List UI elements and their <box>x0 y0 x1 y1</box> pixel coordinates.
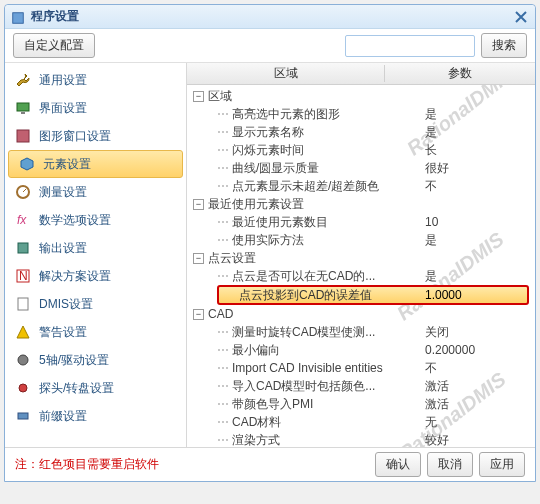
sidebar-item-warning[interactable]: 警告设置 <box>5 318 186 346</box>
sidebar-item-graphwin[interactable]: 图形窗口设置 <box>5 122 186 150</box>
close-icon[interactable] <box>513 9 529 25</box>
svg-point-11 <box>19 384 27 392</box>
collapse-icon[interactable]: − <box>193 199 204 210</box>
tree-header: 区域 参数 <box>187 63 535 85</box>
header-region: 区域 <box>187 65 385 82</box>
tree-row[interactable]: ⋯最小偏向0.200000 <box>187 341 535 359</box>
probe-icon <box>15 380 31 396</box>
svg-rect-6 <box>18 243 28 253</box>
tree-row[interactable]: ⋯最近使用元素数目10 <box>187 213 535 231</box>
tree-row[interactable]: ⋯带颜色导入PMI激活 <box>187 395 535 413</box>
collapse-icon[interactable]: − <box>193 253 204 264</box>
svg-rect-12 <box>18 413 28 419</box>
restart-note: 注：红色项目需要重启软件 <box>15 456 159 473</box>
tree-row[interactable]: ⋯CAD材料无 <box>187 413 535 431</box>
sidebar-item-label: 解决方案设置 <box>39 268 111 285</box>
titlebar: 程序设置 <box>5 5 535 29</box>
sidebar-item-label: 前缀设置 <box>39 408 87 425</box>
footer: 注：红色项目需要重启软件 确认 取消 应用 <box>5 447 535 481</box>
sidebar-item-dmis[interactable]: DMIS设置 <box>5 290 186 318</box>
svg-rect-2 <box>21 112 25 114</box>
warning-icon <box>15 324 31 340</box>
main-panel: 区域 参数 RationalDMIS RationalDMIS Rational… <box>187 63 535 447</box>
tree-row[interactable]: ⋯高亮选中元素的图形是 <box>187 105 535 123</box>
search-input[interactable] <box>345 35 475 57</box>
tree-row[interactable]: ⋯渲染方式较好 <box>187 431 535 447</box>
tree-row[interactable]: ⋯显示元素名称是 <box>187 123 535 141</box>
tree-group[interactable]: −CAD <box>187 305 535 323</box>
tree-row[interactable]: ⋯使用实际方法是 <box>187 231 535 249</box>
tree-group[interactable]: −区域 <box>187 87 535 105</box>
sidebar-item-math[interactable]: fx数学选项设置 <box>5 206 186 234</box>
sidebar-item-label: 图形窗口设置 <box>39 128 111 145</box>
svg-point-10 <box>18 355 28 365</box>
sidebar-item-label: 数学选项设置 <box>39 212 111 229</box>
tree-row[interactable]: ⋯Import CAD Invisible entities不 <box>187 359 535 377</box>
tag-icon <box>15 408 31 424</box>
sidebar-item-label: DMIS设置 <box>39 296 93 313</box>
tree-group[interactable]: −最近使用元素设置 <box>187 195 535 213</box>
search-button[interactable]: 搜索 <box>481 33 527 58</box>
sidebar-item-label: 输出设置 <box>39 240 87 257</box>
svg-rect-1 <box>17 103 29 111</box>
sidebar-item-label: 通用设置 <box>39 72 87 89</box>
header-param: 参数 <box>385 65 535 82</box>
tree-row[interactable]: ⋯点元素显示未超差/超差颜色不 <box>187 177 535 195</box>
sidebar-item-general[interactable]: 通用设置 <box>5 66 186 94</box>
sidebar-item-label: 探头/转盘设置 <box>39 380 114 397</box>
window-icon <box>15 128 31 144</box>
sidebar-item-5axis[interactable]: 5轴/驱动设置 <box>5 346 186 374</box>
gear-icon <box>15 352 31 368</box>
collapse-icon[interactable]: − <box>193 309 204 320</box>
tree-row-highlighted[interactable]: 点云投影到CAD的误差值1.0000 <box>217 285 529 305</box>
sidebar-item-label: 界面设置 <box>39 100 87 117</box>
n-icon: N <box>15 268 31 284</box>
property-tree[interactable]: RationalDMIS RationalDMIS RationalDMIS −… <box>187 85 535 447</box>
tree-row[interactable]: ⋯曲线/圆显示质量很好 <box>187 159 535 177</box>
svg-rect-0 <box>13 12 24 23</box>
export-icon <box>15 240 31 256</box>
gauge-icon <box>15 184 31 200</box>
settings-dialog: 程序设置 自定义配置 搜索 通用设置 界面设置 图形窗口设置 元素设置 测量设置… <box>4 4 536 482</box>
sidebar-item-ui[interactable]: 界面设置 <box>5 94 186 122</box>
svg-text:fx: fx <box>17 213 27 227</box>
sidebar-item-solution[interactable]: N解决方案设置 <box>5 262 186 290</box>
window-title: 程序设置 <box>31 8 513 25</box>
sidebar-item-measure[interactable]: 测量设置 <box>5 178 186 206</box>
cancel-button[interactable]: 取消 <box>427 452 473 477</box>
toolbar: 自定义配置 搜索 <box>5 29 535 63</box>
svg-text:N: N <box>19 269 28 283</box>
sidebar-item-output[interactable]: 输出设置 <box>5 234 186 262</box>
sidebar-item-label: 测量设置 <box>39 184 87 201</box>
function-icon: fx <box>15 212 31 228</box>
cube-icon <box>19 156 35 172</box>
sidebar-item-label: 元素设置 <box>43 156 91 173</box>
sidebar-item-prefix[interactable]: 前缀设置 <box>5 402 186 430</box>
apply-button[interactable]: 应用 <box>479 452 525 477</box>
tree-row[interactable]: ⋯导入CAD模型时包括颜色...激活 <box>187 377 535 395</box>
sidebar-item-label: 5轴/驱动设置 <box>39 352 109 369</box>
monitor-icon <box>15 100 31 116</box>
collapse-icon[interactable]: − <box>193 91 204 102</box>
sidebar-item-probe[interactable]: 探头/转盘设置 <box>5 374 186 402</box>
tree-row[interactable]: ⋯测量时旋转CAD模型使测...关闭 <box>187 323 535 341</box>
svg-rect-9 <box>18 298 28 310</box>
svg-rect-3 <box>17 130 29 142</box>
ok-button[interactable]: 确认 <box>375 452 421 477</box>
sidebar-item-label: 警告设置 <box>39 324 87 341</box>
wrench-icon <box>15 72 31 88</box>
sidebar-item-element[interactable]: 元素设置 <box>8 150 183 178</box>
document-icon <box>15 296 31 312</box>
tree-row[interactable]: ⋯闪烁元素时间长 <box>187 141 535 159</box>
app-icon <box>11 10 25 24</box>
custom-config-button[interactable]: 自定义配置 <box>13 33 95 58</box>
tree-row[interactable]: ⋯点云是否可以在无CAD的...是 <box>187 267 535 285</box>
tree-group[interactable]: −点云设置 <box>187 249 535 267</box>
sidebar: 通用设置 界面设置 图形窗口设置 元素设置 测量设置 fx数学选项设置 输出设置… <box>5 63 187 447</box>
